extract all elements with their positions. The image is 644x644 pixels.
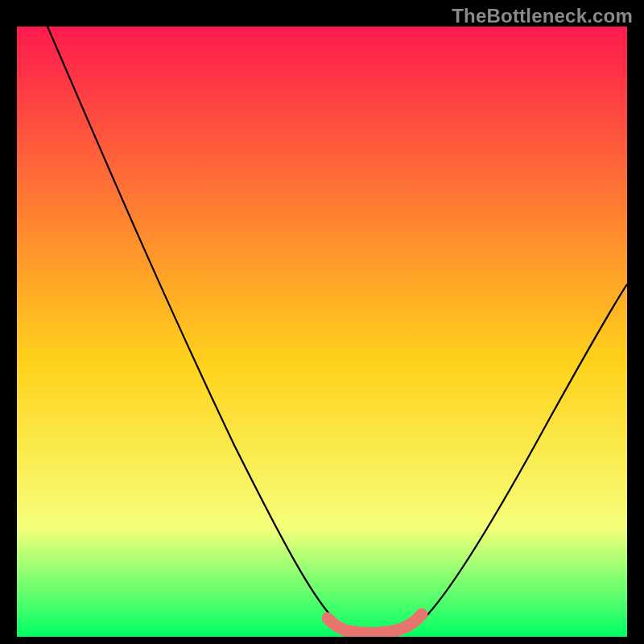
chart-frame: TheBottleneck.com bbox=[0, 0, 644, 644]
gradient-background bbox=[17, 27, 627, 637]
plot-area bbox=[17, 27, 627, 637]
watermark-text: TheBottleneck.com bbox=[452, 5, 633, 27]
chart-svg bbox=[17, 27, 627, 637]
